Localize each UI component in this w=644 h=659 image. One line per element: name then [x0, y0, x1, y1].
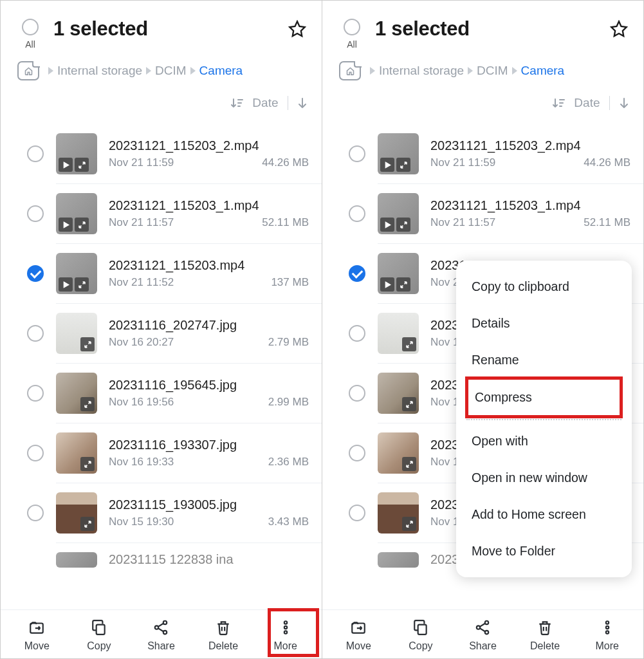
menu-open-with[interactable]: Open with	[456, 423, 632, 459]
sort-icon[interactable]	[552, 97, 565, 109]
file-thumbnail[interactable]	[56, 373, 97, 414]
sort-bar: Date	[322, 92, 643, 124]
file-row[interactable]: 20231116_195645.jpgNov 16 19:562.99 MB	[56, 363, 322, 423]
file-select-radio[interactable]	[349, 145, 365, 162]
menu-details[interactable]: Details	[456, 305, 632, 342]
file-row[interactable]: 20231115 122838 ina	[56, 543, 322, 568]
file-select-radio[interactable]	[27, 145, 44, 162]
file-select-radio[interactable]	[27, 385, 44, 402]
file-size: 52.11 MB	[262, 216, 309, 229]
file-row[interactable]: 20231121_115203_2.mp4Nov 21 11:5944.26 M…	[15, 124, 322, 183]
file-row[interactable]: 20231121_115203.mp4Nov 21 11:52137 MB	[56, 243, 322, 303]
sort-label[interactable]: Date	[252, 96, 278, 110]
file-select-radio[interactable]	[27, 445, 44, 461]
file-row[interactable]: 20231115_193005.jpgNov 15 19:303.43 MB	[56, 483, 322, 543]
more-button[interactable]: More	[576, 619, 638, 652]
breadcrumb-item-active[interactable]: Camera	[521, 64, 565, 78]
share-button[interactable]: Share	[452, 619, 514, 652]
file-thumbnail[interactable]	[56, 432, 97, 474]
move-button[interactable]: Move	[6, 619, 68, 652]
menu-move-folder[interactable]: Move to Folder	[456, 533, 632, 570]
favorite-button[interactable]	[288, 20, 306, 38]
page-title: 1 selected	[375, 17, 610, 41]
annotation-highlight-more	[268, 608, 319, 657]
sort-icon[interactable]	[230, 97, 243, 109]
file-thumbnail[interactable]	[378, 193, 419, 234]
expand-icon	[402, 457, 416, 471]
file-select-radio[interactable]	[349, 445, 365, 461]
file-select-radio[interactable]	[27, 205, 44, 222]
file-name: 20231121_115203.mp4	[109, 258, 309, 273]
file-list[interactable]: 20231121_115203_2.mp4Nov 21 11:5944.26 M…	[1, 124, 322, 609]
play-icon	[380, 277, 394, 292]
copy-button[interactable]: Copy	[390, 619, 452, 652]
file-info: 20231115_193005.jpgNov 15 19:303.43 MB	[109, 497, 309, 528]
sort-bar: Date	[1, 92, 322, 124]
file-select-radio[interactable]	[349, 505, 365, 521]
svg-rect-1	[97, 625, 105, 635]
file-size: 44.26 MB	[584, 156, 630, 169]
select-all-radio[interactable]	[344, 19, 360, 35]
home-icon[interactable]	[339, 61, 361, 80]
delete-button[interactable]: Delete	[192, 619, 255, 652]
file-thumbnail[interactable]	[378, 552, 419, 568]
file-select-radio[interactable]	[349, 385, 365, 402]
favorite-button[interactable]	[610, 20, 628, 38]
file-thumbnail[interactable]	[56, 253, 97, 294]
file-info: 20231121_115203_1.mp4Nov 21 11:5752.11 M…	[430, 198, 630, 229]
home-icon[interactable]	[17, 61, 39, 80]
file-thumbnail[interactable]	[378, 133, 419, 174]
sort-direction-icon[interactable]	[297, 97, 308, 109]
file-select-radio[interactable]	[349, 205, 365, 222]
breadcrumb-item[interactable]: Internal storage	[57, 64, 142, 78]
file-select-radio[interactable]	[27, 505, 44, 521]
file-select-radio[interactable]	[349, 265, 365, 282]
file-thumbnail[interactable]	[378, 373, 419, 414]
select-all[interactable]: All	[336, 19, 367, 50]
breadcrumb-item[interactable]: Internal storage	[379, 64, 464, 78]
file-row[interactable]: 20231116_202747.jpgNov 16 20:272.79 MB	[56, 303, 322, 363]
file-thumbnail[interactable]	[56, 492, 97, 534]
file-thumbnail[interactable]	[56, 193, 97, 234]
file-select-radio[interactable]	[27, 265, 44, 282]
file-thumbnail[interactable]	[56, 313, 97, 354]
expand-icon	[80, 397, 95, 411]
copy-button[interactable]: Copy	[68, 619, 131, 652]
file-row[interactable]: 20231121_115203_2.mp4Nov 21 11:5944.26 M…	[336, 124, 643, 183]
file-thumbnail[interactable]	[378, 253, 419, 294]
file-row[interactable]: 20231121_115203_1.mp4Nov 21 11:5752.11 M…	[56, 183, 322, 243]
select-all[interactable]: All	[15, 19, 46, 50]
header: All 1 selected	[1, 1, 322, 57]
file-thumbnail[interactable]	[56, 552, 97, 568]
menu-compress[interactable]: Compress	[468, 380, 620, 415]
sort-label[interactable]: Date	[574, 96, 600, 110]
file-date: Nov 16 19:33	[109, 456, 174, 469]
sort-sep	[609, 96, 611, 110]
file-name: 20231116_193307.jpg	[109, 438, 309, 452]
menu-open-new-window[interactable]: Open in new window	[456, 459, 632, 496]
file-row[interactable]: 20231121_115203_1.mp4Nov 21 11:5752.11 M…	[378, 183, 643, 243]
file-thumbnail[interactable]	[378, 432, 419, 474]
menu-add-home[interactable]: Add to Home screen	[456, 496, 632, 533]
breadcrumb-item-active[interactable]: Camera	[199, 64, 243, 78]
select-all-radio[interactable]	[22, 19, 39, 35]
file-select-radio[interactable]	[27, 325, 44, 342]
file-thumbnail[interactable]	[378, 492, 419, 534]
file-row[interactable]: 20231116_193307.jpgNov 16 19:332.36 MB	[56, 423, 322, 483]
file-select-radio[interactable]	[349, 325, 365, 342]
menu-rename[interactable]: Rename	[456, 342, 632, 378]
file-thumbnail[interactable]	[56, 133, 97, 174]
file-info: 20231116_193307.jpgNov 16 19:332.36 MB	[109, 438, 309, 469]
move-button[interactable]: Move	[327, 619, 390, 652]
delete-button[interactable]: Delete	[514, 619, 576, 652]
file-size: 44.26 MB	[262, 156, 309, 169]
play-icon	[59, 158, 73, 172]
sort-direction-icon[interactable]	[619, 97, 629, 109]
file-thumbnail[interactable]	[378, 313, 419, 354]
menu-copy-clipboard[interactable]: Copy to clipboard	[456, 268, 632, 305]
expand-icon	[402, 337, 416, 351]
breadcrumb-item[interactable]: DCIM	[155, 64, 187, 78]
file-date: Nov 21 11:57	[430, 216, 495, 229]
breadcrumb-item[interactable]: DCIM	[477, 64, 508, 78]
share-button[interactable]: Share	[130, 619, 192, 652]
